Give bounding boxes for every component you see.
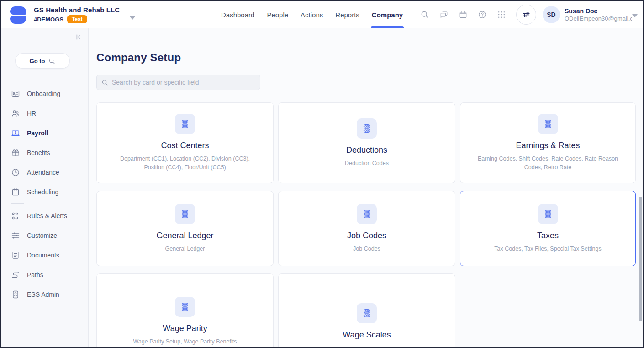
card-subtitle: Tax Codes, Tax Files, Special Tax Settin… <box>494 245 601 253</box>
apps-grid-icon[interactable] <box>497 10 506 19</box>
app-logo-icon <box>10 5 26 24</box>
card-tile-icon <box>175 204 195 224</box>
card-title: Wage Scales <box>343 330 391 340</box>
card-tile-icon <box>357 204 377 224</box>
nav-tab-people[interactable]: People <box>267 1 288 28</box>
app-window: GS Health and Rehab LLC #DEMOGS Test Das… <box>0 0 644 348</box>
nav-tab-company[interactable]: Company <box>372 1 403 28</box>
workflow-icon <box>11 211 20 220</box>
card-wage-parity[interactable]: Wage Parity Wage Parity Setup, Wage Pari… <box>96 273 274 347</box>
card-tile-icon <box>175 114 195 134</box>
adjustments-icon <box>522 10 531 19</box>
sidebar-item-scheduling[interactable]: Scheduling <box>1 182 88 202</box>
collapse-sidebar-icon[interactable] <box>74 32 84 42</box>
badge-person-icon <box>11 290 20 299</box>
user-avatar[interactable]: SD <box>543 6 560 23</box>
header-actions: SD Susan Doe ODellEmpeon30@gmail.com <box>420 1 638 28</box>
sidebar-item-hr[interactable]: HR <box>1 103 88 123</box>
test-badge: Test <box>67 15 87 23</box>
svg-text:$: $ <box>15 130 16 134</box>
user-menu-caret-icon[interactable] <box>632 14 638 17</box>
card-tile-icon <box>175 297 195 317</box>
goto-search-button[interactable]: Go to <box>15 53 70 69</box>
card-tile-icon <box>538 204 558 224</box>
company-name: GS Health and Rehab LLC <box>34 6 120 14</box>
sidebar-menu: Onboarding HR $ Payroll Benefits Attenda… <box>1 84 88 304</box>
sidebar-item-documents[interactable]: Documents <box>1 245 88 265</box>
sliders-icon <box>11 231 20 240</box>
sidebar-item-customize[interactable]: Customize <box>1 225 88 245</box>
card-search-input[interactable] <box>112 79 255 86</box>
sidebar-item-payroll[interactable]: $ Payroll <box>1 123 88 143</box>
card-search <box>96 75 260 90</box>
card-subtitle: Wage Parity Setup, Wage Parity Benefits <box>133 337 237 346</box>
top-header: GS Health and Rehab LLC #DEMOGS Test Das… <box>1 1 643 28</box>
help-icon[interactable] <box>478 10 487 19</box>
chat-icon[interactable] <box>439 10 449 19</box>
card-subtitle: Deduction Codes <box>345 159 389 168</box>
card-tile-icon <box>357 118 377 139</box>
card-subtitle: General Ledger <box>165 245 205 253</box>
company-info: GS Health and Rehab LLC #DEMOGS Test <box>34 6 120 23</box>
card-subtitle: Department (CC1), Location (CC2), Divisi… <box>110 155 260 172</box>
sidebar: Go to Onboarding HR $ Payroll Benefits <box>1 28 89 347</box>
card-title: Deductions <box>346 145 387 155</box>
calendar-icon[interactable] <box>459 10 468 19</box>
nav-tab-reports[interactable]: Reports <box>335 1 359 28</box>
clock-icon <box>11 168 20 177</box>
calendar-icon <box>11 187 20 197</box>
gift-icon <box>11 148 20 157</box>
company-code: #DEMOGS <box>34 16 63 23</box>
user-email: ODellEmpeon30@gmail.com <box>565 15 632 22</box>
card-taxes[interactable]: Taxes Tax Codes, Tax Files, Special Tax … <box>460 191 636 266</box>
quick-settings-button[interactable] <box>516 5 536 25</box>
people-icon <box>11 109 20 118</box>
card-subtitle: Job Codes <box>353 245 380 253</box>
page-title: Company Setup <box>96 51 643 64</box>
company-switcher[interactable]: GS Health and Rehab LLC #DEMOGS Test <box>10 5 135 24</box>
search-icon <box>48 58 55 64</box>
user-info[interactable]: Susan Doe ODellEmpeon30@gmail.com <box>565 7 632 22</box>
card-title: Cost Centers <box>161 141 209 150</box>
nav-tab-dashboard[interactable]: Dashboard <box>221 1 254 28</box>
sidebar-item-paths[interactable]: Paths <box>1 265 88 284</box>
card-title: Earnings & Rates <box>516 141 580 150</box>
vertical-scrollbar-thumb[interactable] <box>639 197 642 321</box>
card-title: Job Codes <box>347 231 386 241</box>
card-title: General Ledger <box>156 231 213 241</box>
setup-cards-grid: Cost Centers Department (CC1), Location … <box>96 102 636 347</box>
card-title: Wage Parity <box>163 324 207 333</box>
payroll-laptop-icon: $ <box>11 128 20 138</box>
sidebar-item-attendance[interactable]: Attendance <box>1 162 88 182</box>
card-tile-icon <box>357 303 377 323</box>
card-tile-icon <box>538 114 558 134</box>
goto-label: Go to <box>30 58 45 64</box>
card-subtitle: Earning Codes, Shift Codes, Rate Codes, … <box>473 155 623 172</box>
search-icon <box>101 79 108 86</box>
search-icon[interactable] <box>420 10 429 19</box>
card-job-codes[interactable]: Job Codes Job Codes <box>278 191 455 266</box>
document-icon <box>11 251 20 260</box>
route-icon <box>11 270 20 279</box>
card-wage-scales[interactable]: Wage Scales <box>278 273 455 347</box>
nav-tab-actions[interactable]: Actions <box>301 1 323 28</box>
chevron-down-icon[interactable] <box>130 16 135 20</box>
sidebar-item-onboarding[interactable]: Onboarding <box>1 84 88 103</box>
id-card-icon <box>11 89 20 98</box>
card-earnings-rates[interactable]: Earnings & Rates Earning Codes, Shift Co… <box>460 102 636 183</box>
main-content: Company Setup Cost Centers Department (C… <box>89 28 643 347</box>
user-name: Susan Doe <box>565 7 632 15</box>
sidebar-item-rules-alerts[interactable]: Rules & Alerts <box>1 206 88 225</box>
sidebar-item-benefits[interactable]: Benefits <box>1 143 88 162</box>
sidebar-item-ess-admin[interactable]: ESS Admin <box>1 284 88 304</box>
card-title: Taxes <box>537 231 559 241</box>
sidebar-divider <box>1 202 88 206</box>
card-cost-centers[interactable]: Cost Centers Department (CC1), Location … <box>96 102 274 183</box>
card-general-ledger[interactable]: General Ledger General Ledger <box>96 191 274 266</box>
card-deductions[interactable]: Deductions Deduction Codes <box>278 102 455 183</box>
main-nav: Dashboard People Actions Reports Company <box>221 1 403 28</box>
